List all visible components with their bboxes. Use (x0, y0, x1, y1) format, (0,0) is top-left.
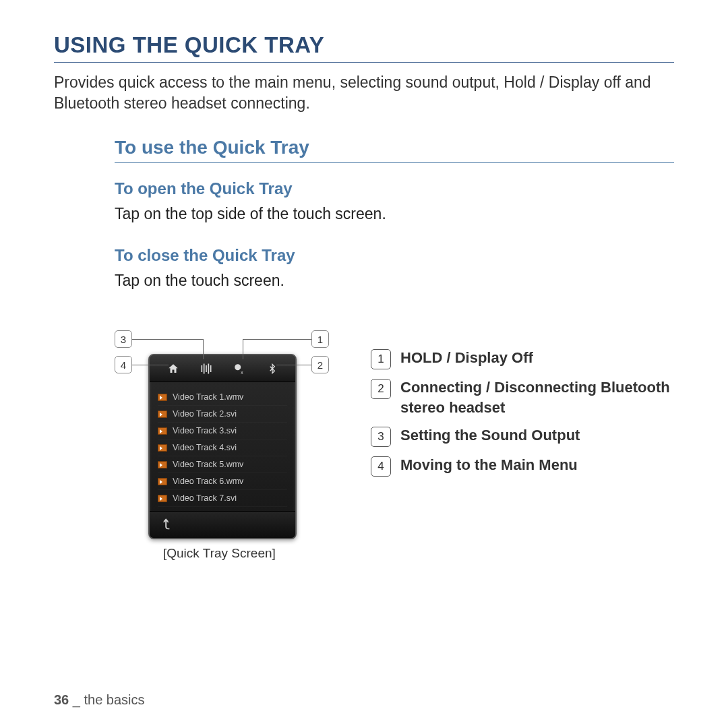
legend-item-1: 1 HOLD / Display Off (371, 348, 674, 369)
video-file-icon (158, 411, 167, 418)
track-list: Video Track 1.wmv Video Track 2.svi Vide… (150, 382, 295, 511)
video-file-icon (158, 444, 167, 452)
list-item[interactable]: Video Track 2.svi (158, 406, 287, 423)
open-heading: To open the Quick Tray (115, 179, 674, 198)
device-diagram: 3 4 1 2 (115, 330, 337, 561)
intro-text: Provides quick access to the main menu, … (54, 72, 674, 114)
list-item[interactable]: Video Track 7.svi (158, 490, 287, 507)
back-icon[interactable]: ⤴ (163, 517, 170, 533)
track-label: Video Track 7.svi (173, 493, 237, 503)
legend-number: 3 (371, 427, 391, 447)
video-file-icon (158, 478, 167, 485)
track-label: Video Track 6.wmv (173, 477, 243, 486)
video-file-icon (158, 394, 167, 401)
hold-display-off-icon[interactable]: x (232, 361, 247, 376)
chapter-name: the basics (84, 692, 145, 707)
track-label: Video Track 2.svi (173, 409, 237, 419)
section-title: To use the Quick Tray (115, 137, 674, 163)
list-item[interactable]: Video Track 6.wmv (158, 473, 287, 490)
legend-item-2: 2 Connecting / Disconnecting Bluetooth s… (371, 377, 674, 417)
legend-text: HOLD / Display Off (400, 348, 533, 368)
close-body: Tap on the touch screen. (115, 272, 674, 290)
legend-number: 2 (371, 379, 391, 399)
legend-item-3: 3 Setting the Sound Output (371, 425, 674, 447)
list-item[interactable]: Video Track 4.svi (158, 439, 287, 456)
track-label: Video Track 3.svi (173, 426, 237, 435)
callout-2: 2 (311, 356, 329, 373)
list-item[interactable]: Video Track 5.wmv (158, 456, 287, 473)
legend-number: 4 (371, 456, 391, 477)
video-file-icon (158, 461, 167, 468)
page-number: 36 (54, 692, 69, 707)
legend-text: Setting the Sound Output (400, 425, 580, 446)
close-heading: To close the Quick Tray (115, 246, 674, 265)
page-title: USING THE QUICK TRAY (54, 32, 674, 63)
legend-item-4: 4 Moving to the Main Menu (371, 455, 674, 477)
device-footer: ⤴ (150, 511, 295, 538)
track-label: Video Track 1.wmv (173, 392, 243, 402)
track-label: Video Track 5.wmv (173, 460, 243, 469)
home-icon[interactable] (166, 361, 181, 376)
sound-output-icon[interactable] (199, 361, 214, 376)
video-file-icon (158, 427, 167, 435)
footer-sep: _ (69, 692, 84, 707)
list-item[interactable]: Video Track 3.svi (158, 423, 287, 439)
callout-1: 1 (311, 330, 329, 348)
device-mockup: x Video Track 1.wmv Video Track 2.svi Vi… (148, 354, 297, 539)
video-file-icon (158, 495, 167, 502)
bluetooth-icon[interactable] (265, 361, 280, 376)
callout-3: 3 (115, 330, 132, 348)
diagram-caption: [Quick Tray Screen] (163, 546, 337, 561)
legend-number: 1 (371, 349, 391, 369)
callout-4: 4 (115, 356, 132, 373)
legend: 1 HOLD / Display Off 2 Connecting / Disc… (371, 330, 674, 485)
open-body: Tap on the top side of the touch screen. (115, 205, 674, 223)
legend-text: Connecting / Disconnecting Bluetooth ste… (400, 377, 674, 417)
page-footer: 36 _ the basics (54, 692, 145, 708)
list-item[interactable]: Video Track 1.wmv (158, 389, 287, 406)
quick-tray-bar: x (150, 355, 295, 382)
legend-text: Moving to the Main Menu (400, 455, 578, 475)
track-label: Video Track 4.svi (173, 443, 237, 452)
